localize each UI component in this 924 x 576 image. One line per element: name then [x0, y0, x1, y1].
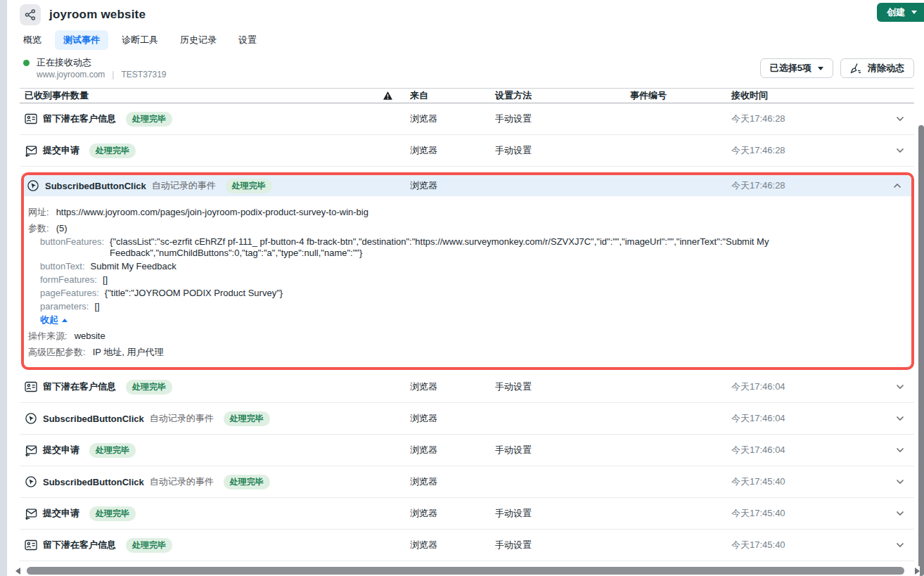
status-badge: 处理完毕 [89, 506, 136, 521]
from-cell: 浏览器 [404, 539, 495, 551]
button-click-icon [25, 412, 37, 425]
column-event-id: 事件编号 [630, 89, 731, 102]
param-key: buttonFeatures: [40, 236, 104, 259]
param-key: pageFeatures: [40, 288, 99, 299]
table-row[interactable]: SubscribedButtonClick 自动记录的事件 处理完毕 浏览器 今… [24, 175, 911, 196]
column-setup-method: 设置方法 [495, 89, 630, 102]
table-row[interactable]: 留下潜在客户信息 处理完毕 浏览器 手动设置 今天17:45:40 [20, 530, 914, 561]
event-name-cell: SubscribedButtonClick 自动记录的事件 处理完毕 [20, 411, 371, 426]
table-row[interactable]: SubscribedButtonClick 自动记录的事件 处理完毕 浏览器 今… [20, 466, 914, 498]
from-cell: 浏览器 [404, 507, 495, 520]
event-name: 留下潜在客户信息 [43, 113, 116, 125]
received-time-cell: 今天17:46:04 [731, 380, 886, 393]
status-row: 正在接收动态 www.joyroom.com | TEST37319 已选择5项 [20, 56, 914, 81]
receiving-status: 正在接收动态 www.joyroom.com | TEST37319 [23, 57, 167, 79]
advanced-matching-label: 高级匹配参数: [28, 347, 86, 358]
pixel-source-icon [20, 4, 41, 25]
app-header: joyroom website [20, 0, 914, 25]
from-cell: 浏览器 [404, 412, 495, 425]
table-row[interactable]: 提交申请 处理完毕 浏览器 手动设置 今天17:46:04 [20, 435, 914, 466]
horizontal-scrollbar-thumb[interactable] [27, 567, 904, 575]
setup-method-cell: 手动设置 [495, 539, 630, 551]
create-button-label: 创建 [887, 6, 905, 19]
scroll-right-arrow-icon[interactable] [915, 568, 920, 575]
setup-method-cell: 手动设置 [495, 380, 630, 393]
expand-chevron-icon[interactable] [883, 183, 911, 188]
lead-form-icon [25, 113, 37, 124]
event-name-cell: 留下潜在客户信息 处理完毕 [20, 380, 371, 395]
tab-settings[interactable]: 设置 [230, 30, 265, 50]
chevron-down-icon [911, 11, 917, 14]
status-badge: 处理完毕 [126, 380, 172, 395]
param-line: parameters:[] [40, 301, 904, 312]
events-manager-page: joyroom website 创建 概览 测试事件 诊断工具 历史记录 设置 … [20, 0, 914, 561]
horizontal-scrollbar[interactable] [15, 566, 920, 575]
param-line: buttonFeatures:{"classList":"sc-ezrfit c… [40, 236, 904, 259]
from-cell: 浏览器 [404, 144, 495, 157]
table-row[interactable]: 提交申请 处理完毕 浏览器 手动设置 今天17:46:28 [20, 135, 914, 167]
chevron-down-icon [818, 67, 823, 70]
highlighted-event-panel: SubscribedButtonClick 自动记录的事件 处理完毕 浏览器 今… [21, 172, 914, 370]
auto-logged-label: 自动记录的事件 [152, 179, 216, 192]
column-events-received: 已收到事件数量 [20, 89, 371, 102]
expand-chevron-icon[interactable] [886, 447, 914, 453]
table-row[interactable]: SubscribedButtonClick 自动记录的事件 处理完毕 浏览器 今… [20, 403, 914, 435]
collapse-link[interactable]: 收起 [40, 314, 58, 326]
param-value: {"classList":"sc-ezrfit cEhRZf pf-111_ p… [110, 236, 904, 259]
action-source-value: website [75, 331, 105, 342]
params-list: buttonFeatures:{"classList":"sc-ezrfit c… [27, 236, 904, 312]
event-name: 提交申请 [43, 507, 79, 520]
expand-chevron-icon[interactable] [886, 116, 914, 122]
scroll-left-arrow-icon[interactable] [15, 568, 20, 575]
advanced-matching-line: 高级匹配参数: IP 地址, 用户代理 [28, 347, 904, 358]
table-row[interactable]: 提交申请 处理完毕 浏览器 手动设置 今天17:45:40 [20, 498, 914, 530]
received-time-cell: 今天17:46:28 [731, 179, 883, 192]
setup-method-cell: 手动设置 [495, 507, 630, 520]
param-key: parameters: [40, 301, 89, 312]
events-table-body: 留下潜在客户信息 处理完毕 浏览器 手动设置 今天17:46:28 提交申请 处… [20, 103, 914, 561]
column-from: 来自 [404, 89, 495, 102]
status-badge: 处理完毕 [126, 112, 172, 127]
vertical-scrollbar[interactable] [918, 83, 924, 576]
create-button[interactable]: 创建 [877, 3, 924, 22]
status-divider: | [112, 70, 114, 79]
status-badge: 处理完毕 [224, 411, 270, 426]
status-badge: 处理完毕 [89, 443, 136, 458]
param-value: [] [94, 301, 904, 312]
expand-chevron-icon[interactable] [886, 148, 914, 153]
expand-chevron-icon[interactable] [886, 384, 914, 390]
table-row[interactable]: 留下潜在客户信息 处理完毕 浏览器 手动设置 今天17:46:28 [20, 103, 914, 135]
toolbar: 已选择5项 清除动态 [760, 58, 914, 78]
params-label: 参数: [28, 223, 49, 234]
auto-logged-label: 自动记录的事件 [150, 475, 214, 488]
clear-activity-label: 清除动态 [868, 62, 904, 75]
vertical-scrollbar-thumb[interactable] [918, 125, 924, 576]
event-name: 留下潜在客户信息 [43, 380, 116, 393]
status-domain: www.joyroom.com [37, 70, 105, 79]
warning-icon [371, 91, 404, 100]
param-line: pageFeatures:{"title":"JOYROOM PODIX Pro… [40, 288, 904, 299]
param-key: buttonText: [40, 261, 85, 272]
page-title: joyroom website [49, 8, 146, 22]
received-time-cell: 今天17:46:28 [731, 144, 886, 157]
param-line: buttonText:Submit My Feedback [40, 261, 904, 272]
tab-test-events[interactable]: 测试事件 [55, 30, 108, 50]
tab-overview[interactable]: 概览 [15, 30, 50, 50]
expand-chevron-icon[interactable] [886, 542, 914, 548]
tab-diagnostics[interactable]: 诊断工具 [113, 30, 167, 50]
expand-chevron-icon[interactable] [886, 479, 914, 485]
params-line: 参数: (5) [28, 223, 904, 234]
param-line: formFeatures:[] [40, 274, 904, 286]
received-time-cell: 今天17:46:28 [731, 113, 886, 125]
table-row[interactable]: 留下潜在客户信息 处理完毕 浏览器 手动设置 今天17:46:04 [20, 371, 914, 403]
event-name-cell: 留下潜在客户信息 处理完毕 [20, 538, 371, 553]
horizontal-scrollbar-track[interactable] [23, 567, 913, 575]
tab-history[interactable]: 历史记录 [172, 30, 225, 50]
expand-chevron-icon[interactable] [886, 511, 914, 516]
selection-dropdown[interactable]: 已选择5项 [760, 58, 833, 78]
clear-activity-button[interactable]: 清除动态 [840, 58, 914, 78]
lead-form-icon [25, 539, 37, 551]
expand-chevron-icon[interactable] [886, 416, 914, 421]
status-badge: 处理完毕 [89, 143, 136, 158]
status-test-code: TEST37319 [121, 70, 166, 79]
